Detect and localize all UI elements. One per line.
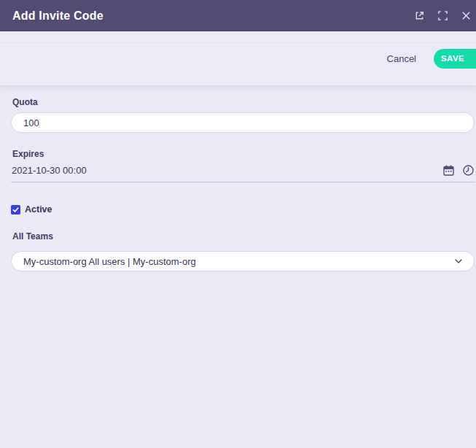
teams-select[interactable]: My-custom-org All users | My-custom-org [11,251,475,271]
quota-label: Quota [12,97,475,107]
modal-header: Add Invite Code [0,0,476,31]
quota-field: Quota [11,97,475,133]
quota-input[interactable] [11,112,475,133]
expires-field: Expires 2021-10-30 00:00 [11,149,475,182]
close-icon[interactable] [461,10,472,21]
add-invite-code-modal: Add Invite Code [0,0,476,448]
cancel-button[interactable]: Cancel [384,49,419,69]
expires-datetime-row[interactable]: 2021-10-30 00:00 [11,164,475,182]
invite-code-form: Quota Expires 2021-10-30 00:00 [0,86,476,448]
fullscreen-icon[interactable] [437,10,448,21]
clock-icon[interactable] [462,164,475,177]
window-controls [414,10,466,21]
active-checkbox[interactable] [11,205,20,215]
save-button[interactable]: SAVE [434,49,476,69]
active-label[interactable]: Active [25,204,52,215]
expires-label: Expires [12,149,475,159]
action-toolbar: Cancel SAVE [0,31,476,86]
chevron-down-icon [453,256,464,266]
calendar-icon[interactable] [442,164,455,177]
open-in-new-icon[interactable] [414,10,425,21]
active-checkbox-row: Active [11,204,475,215]
expires-value[interactable]: 2021-10-30 00:00 [12,165,442,176]
all-teams-field: All Teams My-custom-org All users | My-c… [11,231,475,271]
teams-selected-option: My-custom-org All users | My-custom-org [23,256,453,267]
all-teams-label: All Teams [12,231,475,242]
modal-title: Add Invite Code [12,9,104,23]
